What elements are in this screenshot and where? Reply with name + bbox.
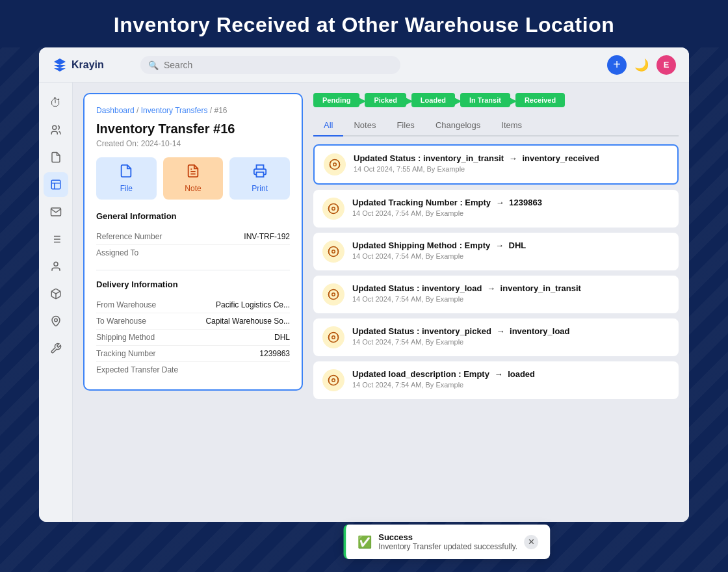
activity-icon-1	[324, 153, 346, 176]
status-step-received: Received	[515, 93, 565, 107]
info-row-assigned: Assigned To	[96, 245, 290, 261]
reference-label: Reference Number	[96, 232, 162, 241]
left-panel: Dashboard / Inventory Transfers / #16 In…	[73, 83, 313, 522]
activity-content-1: Updated Status : inventory_in_transit → …	[354, 153, 668, 173]
svg-point-17	[332, 207, 335, 211]
sidebar-item-location[interactable]	[44, 309, 68, 333]
detail-title: Inventory Transfer #16	[96, 122, 290, 136]
activity-feed: Updated Status : inventory_in_transit → …	[313, 144, 679, 512]
activity-item-4: Updated Status : inventory_load → invent…	[313, 276, 679, 313]
toast-success-icon: ✅	[358, 535, 372, 549]
logo-icon	[52, 57, 68, 73]
svg-point-16	[333, 163, 337, 166]
status-pill-pending[interactable]: Pending	[313, 93, 359, 107]
svg-point-21	[332, 379, 335, 382]
info-row-shipping: Shipping Method DHL	[96, 330, 290, 346]
info-row-reference: Reference Number INV-TRF-192	[96, 229, 290, 245]
status-bar: Pending ▶ Picked ▶ Loaded ▶ In Transit ▶	[313, 93, 679, 107]
activity-item-5: Updated Status : inventory_picked → inve…	[313, 318, 679, 356]
print-button-label: Print	[252, 184, 268, 193]
svg-point-12	[54, 318, 57, 322]
sidebar-item-transfers[interactable]	[44, 172, 68, 197]
activity-item-2: Updated Tracking Number : Empty → 123986…	[313, 190, 679, 228]
svg-rect-15	[256, 172, 263, 177]
activity-icon-4	[322, 283, 344, 306]
activity-time-6: 14 Oct 2024, 7:54 AM, By Example	[352, 381, 670, 389]
tab-items[interactable]: Items	[491, 115, 532, 136]
status-step-transit: In Transit	[460, 93, 510, 107]
delivery-info: From Warehouse Pacific Logistics Ce... T…	[96, 297, 290, 378]
toast-message: Inventory Transfer updated successfully.	[378, 542, 517, 551]
activity-content-6: Updated load_description : Empty → loade…	[352, 369, 670, 389]
breadcrumb: Dashboard / Inventory Transfers / #16	[96, 106, 290, 115]
breadcrumb-transfers[interactable]: Inventory Transfers	[141, 106, 208, 115]
reference-value: INV-TRF-192	[244, 232, 290, 241]
sidebar-item-user[interactable]	[44, 254, 68, 279]
activity-item-6: Updated load_description : Empty → loade…	[313, 361, 679, 399]
activity-time-4: 14 Oct 2024, 7:54 AM, By Example	[352, 295, 670, 303]
app-body: ⏱	[39, 83, 689, 522]
navbar: Krayin 🔍 + 🌙 E	[39, 47, 689, 83]
activity-title-5: Updated Status : inventory_picked → inve…	[352, 326, 670, 336]
sidebar-item-list[interactable]	[44, 227, 68, 252]
file-button[interactable]: File	[96, 157, 157, 200]
tracking-value: 1239863	[259, 349, 290, 358]
add-button[interactable]: +	[607, 55, 627, 75]
svg-point-20	[332, 336, 335, 339]
tab-changelogs[interactable]: Changelogs	[425, 115, 491, 136]
tab-all[interactable]: All	[313, 115, 343, 136]
sidebar-item-clock[interactable]: ⏱	[44, 90, 68, 115]
note-button[interactable]: Note	[163, 157, 224, 200]
sidebar-item-mail[interactable]	[44, 200, 68, 224]
toast-close-button[interactable]: ✕	[524, 535, 538, 549]
status-pill-picked[interactable]: Picked	[365, 93, 406, 107]
status-step-loaded: Loaded	[411, 93, 455, 107]
general-info: Reference Number INV-TRF-192 Assigned To	[96, 229, 290, 261]
search-input[interactable]	[140, 56, 400, 74]
print-icon	[253, 164, 267, 181]
activity-icon-6	[322, 369, 344, 391]
info-row-expected: Expected Transfer Date	[96, 362, 290, 378]
main-content: Dashboard / Inventory Transfers / #16 In…	[73, 83, 689, 522]
detail-created: Created On: 2024-10-14	[96, 139, 290, 148]
activity-content-2: Updated Tracking Number : Empty → 123986…	[352, 198, 670, 217]
sidebar-item-files[interactable]	[44, 145, 68, 170]
avatar: E	[656, 55, 676, 75]
activity-item-1: Updated Status : inventory_in_transit → …	[313, 144, 679, 185]
sidebar-item-contacts[interactable]	[44, 118, 68, 142]
sidebar-item-box[interactable]	[44, 281, 68, 306]
delivery-section-title: Delivery Information	[96, 280, 290, 289]
breadcrumb-dashboard[interactable]: Dashboard	[96, 106, 135, 115]
status-pill-loaded[interactable]: Loaded	[411, 93, 455, 107]
note-button-label: Note	[185, 184, 201, 193]
sidebar: ⏱	[39, 83, 73, 522]
status-step-pending: Pending	[313, 93, 359, 107]
section-divider	[96, 270, 290, 270]
search-container: 🔍	[140, 56, 400, 74]
activity-content-4: Updated Status : inventory_load → invent…	[352, 283, 670, 303]
detail-card: Dashboard / Inventory Transfers / #16 In…	[83, 93, 303, 391]
created-date: 2024-10-14	[141, 139, 181, 148]
print-button[interactable]: Print	[229, 157, 290, 200]
status-pill-received[interactable]: Received	[515, 93, 565, 107]
sidebar-item-tools[interactable]	[44, 336, 68, 361]
tabs-row: All Notes Files Changelogs Items	[313, 115, 679, 136]
general-section-title: General Information	[96, 211, 290, 221]
expected-label: Expected Transfer Date	[96, 365, 178, 374]
info-row-from: From Warehouse Pacific Logistics Ce...	[96, 297, 290, 313]
status-step-picked: Picked	[365, 93, 406, 107]
tab-files[interactable]: Files	[386, 115, 424, 136]
activity-title-1: Updated Status : inventory_in_transit → …	[354, 153, 668, 163]
status-pill-transit[interactable]: In Transit	[460, 93, 510, 107]
tab-notes[interactable]: Notes	[343, 115, 386, 136]
file-button-label: File	[120, 184, 133, 193]
note-icon	[186, 164, 200, 181]
info-row-to: To Warehouse Capital Warehouse So...	[96, 313, 290, 330]
activity-content-5: Updated Status : inventory_picked → inve…	[352, 326, 670, 346]
right-panel: Pending ▶ Picked ▶ Loaded ▶ In Transit ▶	[313, 83, 689, 522]
dark-mode-button[interactable]: 🌙	[634, 58, 649, 72]
activity-item-3: Updated Shipping Method : Empty → DHL 14…	[313, 233, 679, 270]
activity-title-6: Updated load_description : Empty → loade…	[352, 369, 670, 379]
tracking-label: Tracking Number	[96, 349, 156, 358]
activity-title-3: Updated Shipping Method : Empty → DHL	[352, 240, 670, 250]
